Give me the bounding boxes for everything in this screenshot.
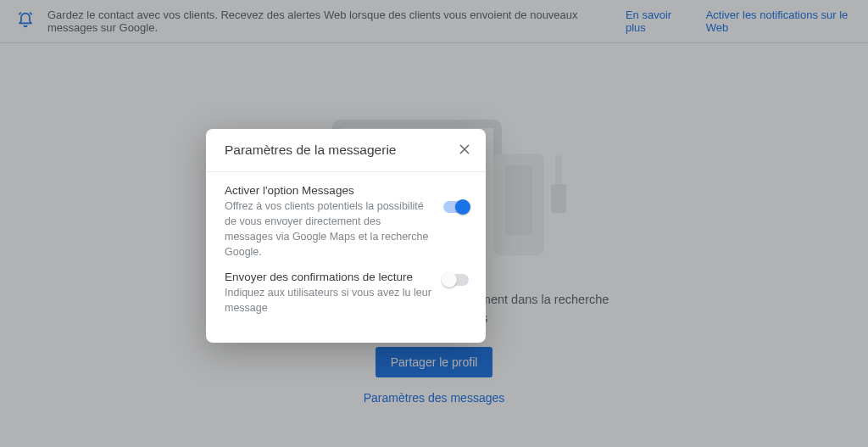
setting-title: Activer l'option Messages	[225, 184, 431, 197]
toggle-read-receipts[interactable]	[443, 274, 469, 286]
setting-description: Indiquez aux utilisateurs si vous avez l…	[225, 285, 431, 316]
modal-body: Activer l'option Messages Offrez à vos c…	[206, 172, 486, 343]
setting-enable-messages: Activer l'option Messages Offrez à vos c…	[225, 184, 469, 260]
setting-read-receipts: Envoyer des confirmations de lecture Ind…	[225, 271, 469, 316]
messaging-settings-modal: Paramètres de la messagerie Activer l'op…	[206, 129, 486, 343]
setting-description: Offrez à vos clients potentiels la possi…	[225, 198, 431, 260]
close-icon[interactable]	[459, 143, 470, 158]
toggle-enable-messages[interactable]	[443, 201, 469, 213]
modal-title: Paramètres de la messagerie	[225, 142, 396, 158]
setting-title: Envoyer des confirmations de lecture	[225, 271, 431, 283]
modal-header: Paramètres de la messagerie	[206, 129, 486, 172]
